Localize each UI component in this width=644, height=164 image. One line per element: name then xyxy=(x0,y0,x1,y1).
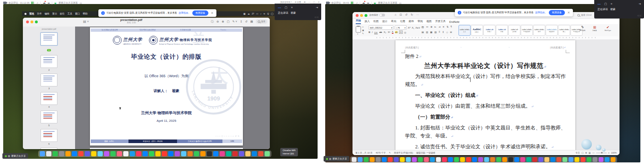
paste-dropdown-icon[interactable]: ∨ xyxy=(357,33,359,35)
redo-icon[interactable]: ↻ xyxy=(411,13,413,16)
dock-app-icon[interactable] xyxy=(581,157,585,162)
window-close-icon[interactable]: ✕ xyxy=(318,1,320,3)
paragraph[interactable]: 2. 诚信责任书。关于毕业论文（设计）学术诚信声明和承诺。 xyxy=(405,143,566,150)
dock-app-icon[interactable] xyxy=(538,157,543,162)
page-thumbnail-2[interactable]: 2 xyxy=(23,55,75,71)
mathtype-button[interactable]: ✔ MathType xyxy=(601,25,614,31)
dock-app-icon[interactable] xyxy=(611,157,615,162)
page-thumbnail-1[interactable]: 1 xyxy=(23,33,75,53)
dock-app-icon[interactable] xyxy=(605,157,609,162)
troubleshoot-link[interactable]: 故障指南。 xyxy=(179,11,191,15)
dock-app-icon[interactable] xyxy=(472,157,477,162)
dock-app-icon[interactable] xyxy=(460,157,465,162)
cloud-record-icon[interactable]: ☁ xyxy=(362,1,365,4)
dock-app-icon[interactable] xyxy=(394,157,399,162)
zoom-slider[interactable] xyxy=(596,153,607,153)
overlay-collapse-icon[interactable]: ⇥ xyxy=(316,6,318,9)
zoom-button[interactable] xyxy=(35,20,38,23)
dock-app-icon[interactable] xyxy=(258,151,263,156)
tab-insert[interactable]: 插入 xyxy=(365,20,370,24)
italic-button[interactable]: I xyxy=(372,31,373,33)
macos-dock[interactable] xyxy=(38,150,271,157)
more-icon[interactable]: ⋯ xyxy=(416,13,419,16)
dock-app-icon[interactable] xyxy=(200,151,206,156)
dock-app-icon[interactable] xyxy=(406,157,411,162)
overlay-minimize-icon[interactable]: — xyxy=(278,6,281,9)
dock-app-icon[interactable] xyxy=(418,157,423,162)
dock-app-icon[interactable] xyxy=(448,157,453,162)
dock-app-icon[interactable] xyxy=(514,157,519,162)
page-thumbnail-3[interactable]: 3 xyxy=(23,74,75,90)
undo-icon[interactable]: ↺ xyxy=(405,13,408,16)
dock-app-icon[interactable] xyxy=(376,157,381,162)
align-left-icon[interactable]: ▤ xyxy=(422,31,424,33)
beamer-nav-symbols[interactable]: ‹ › ‹ ▢ › ‹ ○ › ⌂ ↺ ↻ xyxy=(216,135,240,137)
menu-file[interactable]: 文件 xyxy=(37,12,42,16)
dock-app-icon[interactable] xyxy=(352,157,357,162)
accessibility-status[interactable]: 辅助功能: 一切就绪 xyxy=(416,152,435,154)
dock-app-icon[interactable] xyxy=(587,157,591,162)
tab-layout[interactable]: 布局 xyxy=(391,20,396,24)
dock-app-icon[interactable] xyxy=(478,157,483,162)
dock-app-icon[interactable] xyxy=(490,157,495,162)
page-thumbnail-5[interactable]: 5 xyxy=(23,111,75,127)
minimize-button[interactable] xyxy=(360,14,363,17)
zoom-out-icon[interactable]: — xyxy=(592,152,595,154)
collapse-icon[interactable]: ⊡ xyxy=(80,2,82,4)
window-minimize-icon[interactable]: — xyxy=(308,1,310,3)
dock-app-icon[interactable] xyxy=(104,151,109,156)
tab-review[interactable]: 审阅 xyxy=(418,20,423,24)
zoom-out-icon[interactable]: ⊖ xyxy=(216,20,219,23)
dock-app-icon[interactable] xyxy=(194,151,199,156)
header-placeholder-right[interactable]: [在此处键入] xyxy=(550,46,566,49)
language-indicator[interactable]: 简体中文(中国大陆) xyxy=(394,152,413,154)
dock-app-icon[interactable] xyxy=(370,157,375,162)
macos-dock[interactable] xyxy=(350,156,617,163)
paragraph[interactable]: 为规范我校本科毕业论文（设计）写作，结合学校实际，制定本写作规范。 xyxy=(405,72,566,89)
dock-app-icon[interactable] xyxy=(53,151,58,156)
bullets-icon[interactable]: ≔ xyxy=(422,25,424,28)
dock-app-icon[interactable] xyxy=(575,157,579,162)
dock-app-icon[interactable] xyxy=(550,157,555,162)
shrink-font-icon[interactable]: Aˬ xyxy=(412,27,414,29)
popout-icon[interactable]: ↗ xyxy=(36,2,38,4)
menu-edit[interactable]: 编辑 xyxy=(45,12,49,16)
distribute-icon[interactable]: ≡ xyxy=(439,31,440,33)
share-icon[interactable]: ↥ xyxy=(240,20,243,23)
overlay-window-icon[interactable]: ▢ xyxy=(285,6,287,9)
header-row[interactable]: [在此处键入] → → [在此处键入] xyxy=(405,46,566,49)
web-layout-icon[interactable]: ⊕ xyxy=(585,152,587,154)
font-size-select[interactable]: 三号▾ xyxy=(395,25,407,30)
char-shading-button[interactable]: A xyxy=(399,31,402,34)
dock-app-icon[interactable] xyxy=(569,157,573,162)
dock-app-icon[interactable] xyxy=(556,157,561,162)
circle-char-button[interactable]: ◎ xyxy=(404,31,406,34)
dock-app-icon[interactable] xyxy=(502,157,507,162)
dock-app-icon[interactable] xyxy=(430,157,435,162)
dock-app-icon[interactable] xyxy=(175,151,180,156)
style-pane-button[interactable]: ✎ 样式窗格 xyxy=(577,25,588,31)
cut-icon[interactable]: ✂ xyxy=(362,26,364,28)
dock-app-icon[interactable] xyxy=(544,157,549,162)
zoom-level[interactable]: 100% xyxy=(611,152,617,154)
dock-app-icon[interactable] xyxy=(187,151,193,156)
overlay-minimize-icon[interactable]: — xyxy=(597,2,601,6)
dock-app-icon[interactable] xyxy=(599,157,603,162)
user-icon[interactable]: ◯ xyxy=(271,12,273,15)
paste-button[interactable] xyxy=(356,26,361,33)
markup-pen-icon[interactable]: ✎ ˅ xyxy=(232,20,237,23)
dock-app-icon[interactable] xyxy=(526,157,531,162)
dock-app-icon[interactable] xyxy=(149,151,154,156)
dock-app-icon[interactable] xyxy=(484,157,489,162)
borders-icon[interactable]: ⊞ xyxy=(450,31,452,33)
font-color-button[interactable]: A xyxy=(392,31,393,34)
settings-button[interactable]: ⚙ 设置 xyxy=(295,1,301,3)
close-button[interactable] xyxy=(26,20,29,23)
dock-app-icon[interactable] xyxy=(72,151,77,156)
dock-app-icon[interactable] xyxy=(130,151,135,156)
dock-app-icon[interactable] xyxy=(162,151,167,156)
dock-app-icon[interactable] xyxy=(593,157,597,162)
dock-app-icon[interactable] xyxy=(508,157,513,162)
zoom-in-icon[interactable]: ⊕ xyxy=(222,20,224,23)
minimize-button[interactable] xyxy=(31,20,33,23)
